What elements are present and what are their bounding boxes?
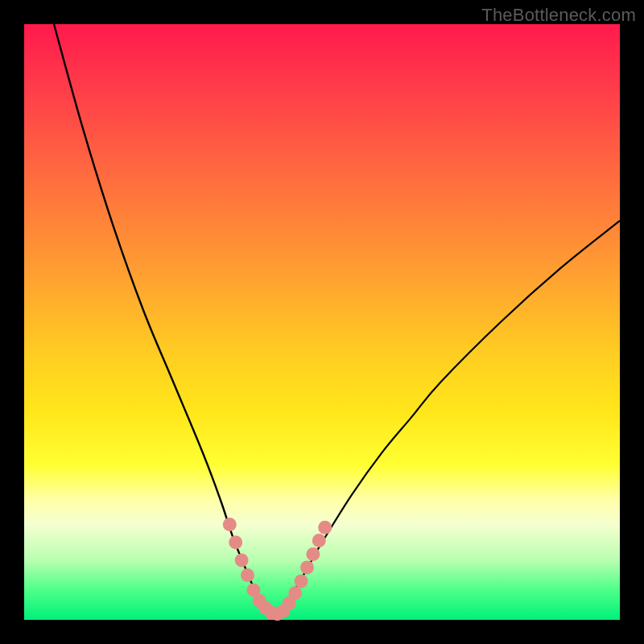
data-marker	[241, 568, 254, 582]
data-marker	[288, 586, 302, 600]
curve-left-branch	[54, 24, 275, 614]
data-marker	[223, 518, 237, 531]
curve-right-branch	[275, 221, 620, 613]
data-marker	[300, 560, 314, 574]
chart-svg	[24, 24, 620, 620]
data-marker	[229, 535, 242, 549]
data-marker	[306, 547, 320, 561]
outer-frame: TheBottleneck.com	[0, 0, 644, 644]
plot-area	[24, 24, 620, 620]
watermark-text: TheBottleneck.com	[481, 5, 636, 26]
data-marker	[295, 574, 308, 588]
data-marker	[318, 521, 332, 535]
data-marker	[235, 554, 249, 568]
data-marker	[312, 534, 326, 547]
marker-cluster-right	[270, 521, 332, 621]
